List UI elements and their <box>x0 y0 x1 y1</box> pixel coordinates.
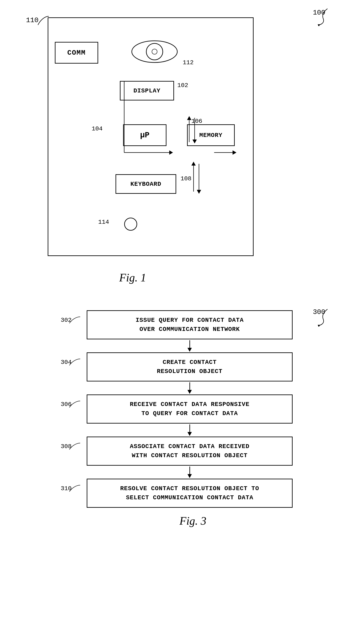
display-box: DISPLAY <box>120 81 174 100</box>
fig3-section: 300 302 ISSUE QUERY FOR CONTACT DATAOVER… <box>0 304 360 644</box>
circle-114 <box>124 218 137 231</box>
arrow-100-icon <box>315 6 332 26</box>
svg-marker-10 <box>187 116 191 120</box>
flow-step-308: 308 ASSOCIATE CONTACT DATA RECEIVEDWITH … <box>61 436 299 466</box>
arrow-line-2 <box>189 382 190 390</box>
down-arrow-3-icon <box>187 424 192 436</box>
step-304-text: CREATE CONTACTRESOLUTION OBJECT <box>157 359 223 375</box>
up-box: μP <box>123 124 167 146</box>
arrow-306-icon <box>67 400 82 408</box>
svg-marker-0 <box>318 24 320 26</box>
svg-marker-17 <box>318 325 320 326</box>
svg-point-2 <box>146 44 163 60</box>
memory-label: MEMORY <box>199 132 223 139</box>
memory-box: MEMORY <box>187 124 235 146</box>
flow-arrow-2 <box>87 382 293 394</box>
label-112: 112 <box>183 59 193 66</box>
arrow-304-icon <box>67 358 82 366</box>
fig1-caption: Fig. 1 <box>119 271 146 284</box>
arrow-310-icon <box>67 484 82 493</box>
flowchart: 302 ISSUE QUERY FOR CONTACT DATAOVER COM… <box>61 310 299 534</box>
flow-step-302: 302 ISSUE QUERY FOR CONTACT DATAOVER COM… <box>61 310 299 339</box>
label-108: 108 <box>180 175 191 182</box>
up-label: μP <box>140 131 149 140</box>
arrow-line-4 <box>189 466 190 474</box>
arrow-308-icon <box>67 442 82 451</box>
down-arrow-4-icon <box>187 466 192 478</box>
arrow-head-1 <box>187 348 192 352</box>
fig1-outer-box: COMM 112 DISPLAY 102 μP 104 MEMORY <box>48 17 254 256</box>
arrow-head-4 <box>187 474 192 478</box>
svg-marker-14 <box>191 162 196 166</box>
label-102: 102 <box>177 82 188 89</box>
fig1-arrows-icon <box>96 35 302 274</box>
fig1-section: 100 110 COMM 112 <box>0 0 360 304</box>
step-302-text: ISSUE QUERY FOR CONTACT DATAOVER COMMUNI… <box>136 317 244 333</box>
display-label: DISPLAY <box>134 88 161 94</box>
svg-point-3 <box>152 49 157 54</box>
flow-step-304: 304 CREATE CONTACTRESOLUTION OBJECT <box>61 352 299 382</box>
page-container: 100 110 COMM 112 <box>0 0 360 644</box>
arrow-300-icon <box>315 307 332 326</box>
comm-box: COMM <box>55 42 98 64</box>
svg-marker-16 <box>197 190 201 194</box>
step-302-box: ISSUE QUERY FOR CONTACT DATAOVER COMMUNI… <box>87 310 293 339</box>
step-306-box: RECEIVE CONTACT DATA RESPONSIVETO QUERY … <box>87 394 293 424</box>
step-308-text: ASSOCIATE CONTACT DATA RECEIVEDWITH CONT… <box>130 443 249 459</box>
step-306-text: RECEIVE CONTACT DATA RESPONSIVETO QUERY … <box>130 401 249 417</box>
flow-arrow-4 <box>87 466 293 479</box>
label-104: 104 <box>92 126 103 132</box>
down-arrow-2-icon <box>187 382 192 394</box>
arrow-line-1 <box>189 340 190 348</box>
arrow-line-3 <box>189 424 190 432</box>
keyboard-box: KEYBOARD <box>116 174 176 194</box>
arrow-302-icon <box>67 316 82 324</box>
svg-marker-6 <box>169 150 173 155</box>
step-310-box: RESOLVE CONTACT RESOLUTION OBJECT TOSELE… <box>87 479 293 508</box>
svg-point-1 <box>132 41 177 62</box>
keyboard-label: KEYBOARD <box>131 181 161 188</box>
step-310-text: RESOLVE CONTACT RESOLUTION OBJECT TOSELE… <box>120 485 259 501</box>
lens-112-icon <box>131 40 178 64</box>
arrow-head-2 <box>187 390 192 394</box>
flow-step-306: 306 RECEIVE CONTACT DATA RESPONSIVETO QU… <box>61 394 299 424</box>
label-106: 106 <box>191 118 202 124</box>
step-308-box: ASSOCIATE CONTACT DATA RECEIVEDWITH CONT… <box>87 436 293 466</box>
arrow-head-3 <box>187 432 192 436</box>
comm-label: COMM <box>67 49 86 57</box>
step-304-box: CREATE CONTACTRESOLUTION OBJECT <box>87 352 293 382</box>
flow-step-310: 310 RESOLVE CONTACT RESOLUTION OBJECT TO… <box>61 479 299 508</box>
label-114: 114 <box>98 219 109 226</box>
flow-arrow-1 <box>87 339 293 352</box>
fig3-caption: Fig. 3 <box>180 514 206 527</box>
svg-marker-12 <box>233 150 236 155</box>
down-arrow-1-icon <box>187 340 192 352</box>
flow-arrow-3 <box>87 424 293 436</box>
